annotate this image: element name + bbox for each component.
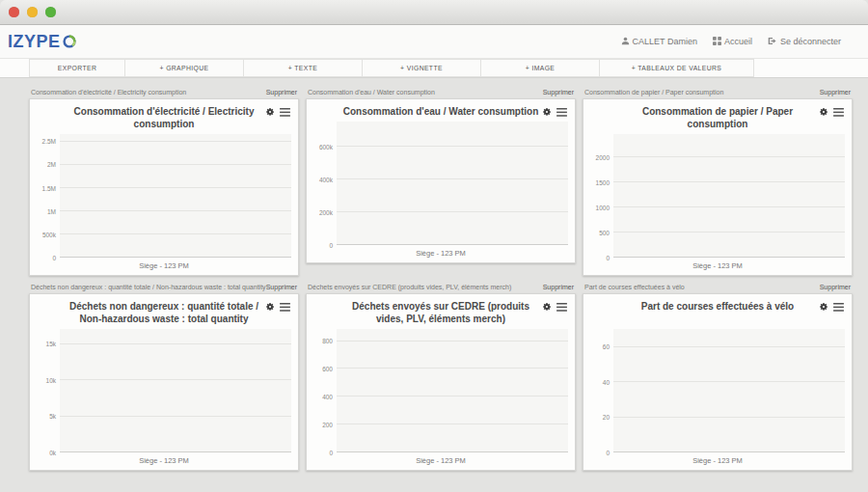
y-tick-label: 2.5M [42,138,56,145]
chart-title: Consommation d'électricité / Electricity… [62,105,266,130]
chart-area: 600k400k200k0 [313,122,568,245]
chart-export-menu-icon[interactable] [833,303,844,312]
y-tick-label: 600k [319,143,333,150]
panel-delete-link[interactable]: Supprimer [543,89,574,96]
panel-header: Déchets non dangereux : quantité totale … [29,283,299,293]
app-header: IZYPE CALLET Damien Accueil Se [0,25,868,58]
gear-icon[interactable] [819,107,828,117]
panel-label: Consommation de papier / Paper consumpti… [584,89,723,96]
panel-delete-link[interactable]: Supprimer [266,284,297,290]
toolbar-item-5[interactable]: + IMAGE [481,59,600,77]
y-tick-label: 20 [603,414,610,421]
chart-plot [613,134,845,258]
gear-icon[interactable] [265,107,275,117]
logout-link[interactable]: Se déconnecter [768,37,841,47]
panel-header: Déchets envoyés sur CEDRE (produits vide… [306,283,576,293]
gear-icon[interactable] [542,107,552,117]
y-tick-label: 0 [606,255,610,261]
window-titlebar [0,0,868,25]
user-name: CALLET Damien [633,37,697,46]
toolbar-item-6[interactable]: + TABLEAUX DE VALEURS [600,59,754,77]
chart-panel: Déchets non dangereux : quantité totale … [29,283,299,471]
y-tick-label: 2000 [596,153,610,160]
chart-card: Consommation de papier / Paper consumpti… [583,98,853,276]
chart-yaxis: 2.5M2M1.5M1M500k0 [37,134,60,258]
chart-export-menu-icon[interactable] [833,108,844,117]
gear-icon[interactable] [819,302,828,312]
chart-yaxis: 6040200 [590,329,613,452]
chart-bars [613,329,845,451]
toolbar-item-1[interactable]: EXPORTER [29,59,125,77]
chart-plot [613,329,845,452]
chart-plot [60,329,291,452]
chart-yaxis: 8006004002000 [313,329,337,452]
chart-card: Consommation d'électricité / Electricity… [29,98,299,276]
toolbar-item-3[interactable]: + TEXTE [244,59,363,77]
chart-bars [60,134,291,257]
chart-card-header: Consommation de papier / Paper consumpti… [590,105,845,130]
y-tick-label: 1000 [596,204,610,210]
panel-delete-link[interactable]: Supprimer [820,284,851,290]
chart-yaxis: 600k400k200k0 [313,122,337,245]
chart-bars [337,122,568,244]
chart-bars [60,329,291,451]
gear-icon[interactable] [265,302,275,312]
chart-export-menu-icon[interactable] [280,303,290,312]
chart-plot [337,329,568,452]
y-tick-label: 0 [329,450,333,456]
maximize-window-button[interactable] [45,7,56,17]
y-tick-label: 500 [599,229,610,235]
user-menu[interactable]: CALLET Damien [621,37,697,47]
chart-plot [337,122,568,245]
chart-title: Déchets envoyés sur CEDRE (produits vide… [339,300,543,325]
panel-header: Consommation d'électricité / Electricity… [29,88,299,98]
y-tick-label: 200k [319,208,333,215]
chart-card-icons [542,302,567,312]
y-tick-label: 400k [319,176,333,182]
chart-area: 2.5M2M1.5M1M500k0 [37,134,291,258]
close-window-button[interactable] [9,7,19,17]
toolbar-item-4[interactable]: + VIGNETTE [363,59,481,77]
chart-yaxis: 15k10k5k0k [37,329,60,452]
chart-xaxis-label: Siège - 123 PM [313,245,568,260]
minimize-window-button[interactable] [27,7,38,17]
y-tick-label: 1500 [596,178,610,185]
y-tick-label: 800 [322,337,333,343]
chart-card-icons [265,302,290,312]
panel-label: Part de courses effectuées à vélo [584,284,685,290]
chart-card-header: Part de courses effectuées à vélo [590,300,845,325]
chart-area: 8006004002000 [313,329,568,452]
chart-panel: Consommation de papier / Paper consumpti… [583,88,853,276]
accueil-link[interactable]: Accueil [713,37,752,47]
chart-export-menu-icon[interactable] [556,303,567,312]
logo-o-icon [62,34,77,49]
toolbar-item-2[interactable]: + GRAPHIQUE [125,59,244,77]
toolbar: EXPORTER+ GRAPHIQUE+ TEXTE+ VIGNETTE+ IM… [0,58,868,78]
chart-export-menu-icon[interactable] [280,108,290,117]
chart-panel: Consommation d'électricité / Electricity… [29,88,299,276]
logo-text: IZYPE [8,32,61,52]
chart-card: Déchets non dangereux : quantité totale … [29,293,299,471]
chart-area: 2000150010005000 [590,134,845,258]
y-tick-label: 1.5M [42,184,56,191]
chart-area: 15k10k5k0k [37,329,291,452]
chart-card-header: Consommation d'eau / Water consumption [313,105,568,118]
chart-card-icons [819,107,844,117]
chart-export-menu-icon[interactable] [556,108,567,117]
panel-header: Consommation de papier / Paper consumpti… [583,88,853,98]
chart-bars [613,134,845,257]
gear-icon[interactable] [542,302,552,312]
panel-label: Consommation d'électricité / Electricity… [31,89,186,96]
y-tick-label: 60 [603,343,610,350]
home-grid-icon [713,37,721,47]
chart-card: Part de courses effectuées à vélo [583,293,853,471]
chart-card: Déchets envoyés sur CEDRE (produits vide… [306,293,576,471]
panel-delete-link[interactable]: Supprimer [266,89,297,96]
y-tick-label: 0k [49,450,56,456]
chart-card-icons [265,107,290,117]
panel-header: Consommation d'eau / Water consumption S… [306,88,576,98]
chart-yaxis: 2000150010005000 [590,134,613,258]
panel-delete-link[interactable]: Supprimer [543,284,574,290]
y-tick-label: 5k [49,413,56,420]
panel-delete-link[interactable]: Supprimer [820,89,851,96]
